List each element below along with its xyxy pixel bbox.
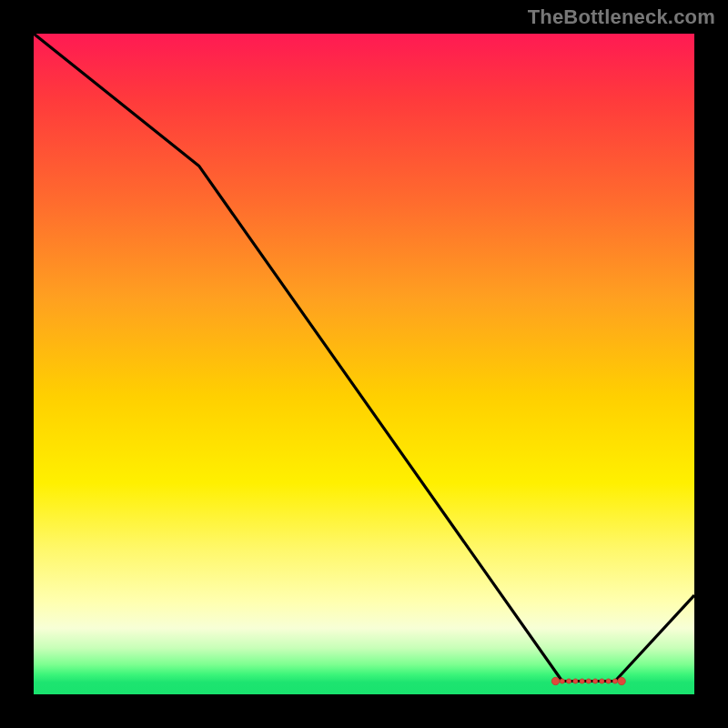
optimal-dot [586, 679, 591, 683]
chart-container: TheBottleneck.com [0, 0, 728, 728]
optimal-range-markers [551, 677, 625, 684]
bottleneck-curve [34, 34, 694, 682]
attribution-text: TheBottleneck.com [528, 5, 715, 29]
plot-area [34, 34, 694, 694]
optimal-dot [560, 679, 564, 683]
optimal-dot [606, 679, 611, 683]
optimal-dot [567, 679, 571, 683]
optimal-dot [600, 679, 604, 683]
optimal-dot [618, 677, 625, 684]
optimal-dot [551, 677, 559, 684]
chart-overlay [34, 34, 694, 694]
optimal-dot [593, 679, 598, 683]
optimal-dot [580, 679, 584, 683]
optimal-dot [573, 679, 578, 683]
optimal-dot [612, 679, 617, 683]
